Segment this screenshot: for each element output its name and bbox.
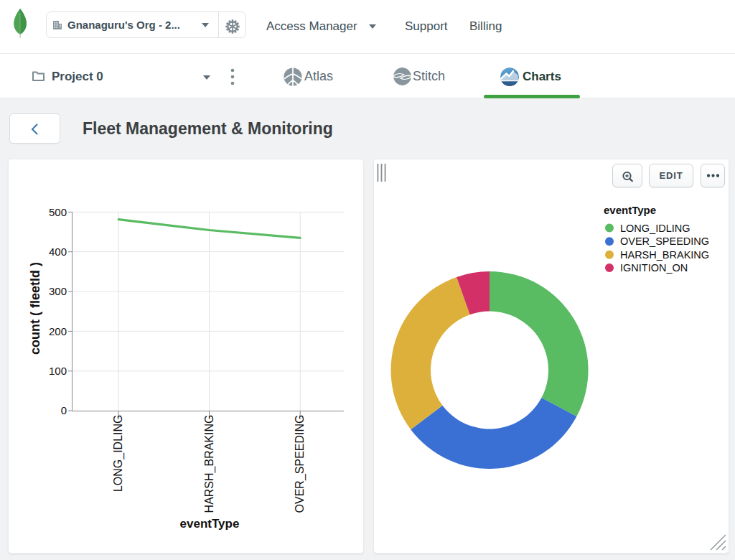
svg-text:HARSH_BRAKING: HARSH_BRAKING <box>203 415 216 513</box>
svg-text:eventType: eventType <box>180 517 240 531</box>
svg-text:LONG_IDLING: LONG_IDLING <box>112 415 125 493</box>
svg-text:400: 400 <box>49 246 67 258</box>
svg-text:count ( fleetId ): count ( fleetId ) <box>28 262 42 355</box>
svg-text:500: 500 <box>49 206 67 218</box>
svg-text:100: 100 <box>49 365 67 377</box>
svg-text:0: 0 <box>61 404 67 416</box>
svg-text:OVER_SPEEDING: OVER_SPEEDING <box>294 415 306 513</box>
svg-text:200: 200 <box>49 325 67 337</box>
svg-text:300: 300 <box>49 285 67 297</box>
